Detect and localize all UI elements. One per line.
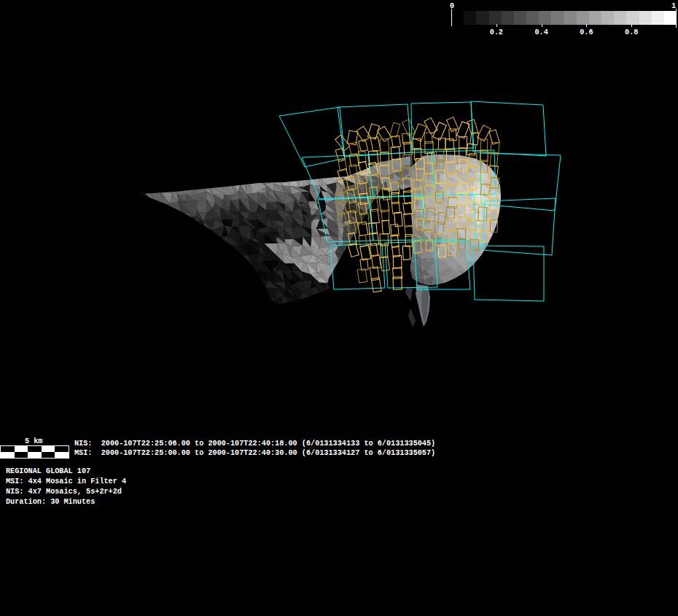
svg-text:REGIONAL GLOBAL 107: REGIONAL GLOBAL 107 xyxy=(6,467,90,475)
svg-text:NIS: 2000-107T22:25:06.00 to: NIS: 2000-107T22:25:06.00 to 2000-107T22… xyxy=(74,440,435,448)
svg-text:0.2: 0.2 xyxy=(490,28,503,36)
svg-text:MSI: 4x4 Mosaic in Filter 4: MSI: 4x4 Mosaic in Filter 4 xyxy=(6,477,126,486)
svg-text:0.6: 0.6 xyxy=(580,28,593,36)
svg-text:0.4: 0.4 xyxy=(534,28,548,36)
svg-text:1: 1 xyxy=(671,2,676,10)
svg-text:0: 0 xyxy=(450,2,454,10)
svg-text:NIS: 4x7 Mosaics, 5s+2r+2d: NIS: 4x7 Mosaics, 5s+2r+2d xyxy=(6,488,122,496)
svg-text:Duration: 30 Minutes: Duration: 30 Minutes xyxy=(6,498,95,506)
svg-text:5 km: 5 km xyxy=(25,437,42,445)
svg-text:0.8: 0.8 xyxy=(625,28,638,36)
svg-text:MSI: 2000-107T22:25:00.00 to: MSI: 2000-107T22:25:00.00 to 2000-107T22… xyxy=(74,449,435,457)
